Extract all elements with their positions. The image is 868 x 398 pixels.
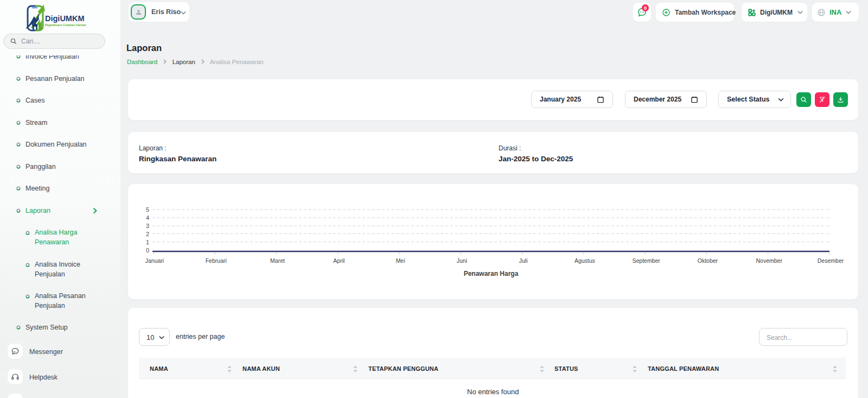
svg-text:3: 3 bbox=[146, 223, 149, 229]
svg-text:5: 5 bbox=[146, 206, 149, 213]
svg-text:4: 4 bbox=[146, 214, 149, 221]
svg-text:Juni: Juni bbox=[457, 257, 467, 264]
svg-text:Penawaran Harga: Penawaran Harga bbox=[464, 270, 519, 277]
svg-text:Desember: Desember bbox=[818, 257, 844, 264]
svg-text:Februari: Februari bbox=[206, 257, 227, 264]
svg-text:November: November bbox=[756, 257, 783, 264]
svg-text:Digitalisasi Catatan Harian: Digitalisasi Catatan Harian bbox=[45, 23, 86, 27]
svg-text:Agustus: Agustus bbox=[575, 257, 595, 264]
svg-text:1: 1 bbox=[146, 239, 149, 245]
svg-text:Mei: Mei bbox=[396, 257, 405, 264]
svg-text:Januari: Januari bbox=[145, 257, 164, 264]
svg-text:September: September bbox=[632, 257, 660, 264]
svg-text:Oktober: Oktober bbox=[698, 257, 718, 264]
svg-text:Maret: Maret bbox=[270, 257, 285, 264]
svg-text:DigiUMKM: DigiUMKM bbox=[45, 14, 85, 23]
svg-text:April: April bbox=[333, 257, 344, 264]
svg-text:Juli: Juli bbox=[519, 257, 528, 264]
svg-text:2: 2 bbox=[146, 231, 149, 237]
svg-text:0: 0 bbox=[146, 247, 149, 254]
